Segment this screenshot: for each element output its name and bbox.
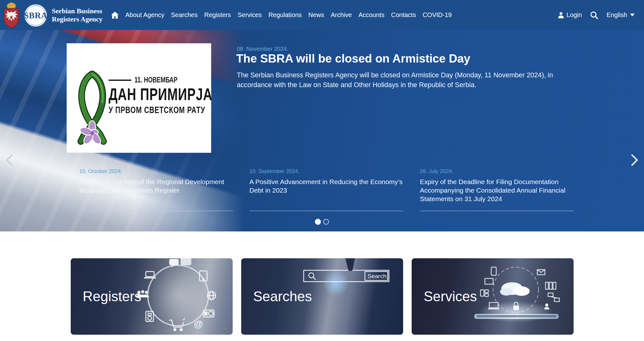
caret-down-icon bbox=[630, 14, 635, 16]
coat-of-arms-icon bbox=[3, 2, 20, 28]
nav-services[interactable]: Services bbox=[237, 11, 262, 19]
search-bar-button-text: Search bbox=[367, 273, 386, 279]
user-icon bbox=[558, 12, 564, 18]
at-sign-icon: @ bbox=[194, 319, 203, 329]
sbra-seal: SBRA bbox=[24, 4, 47, 27]
brand-name: Serbian Business Registers Agency bbox=[52, 7, 103, 23]
nav-news[interactable]: News bbox=[308, 11, 324, 19]
registers-card[interactable]: @ Registers bbox=[71, 258, 233, 335]
camera-icon bbox=[203, 310, 214, 317]
tablet-device bbox=[474, 314, 559, 319]
carousel-prev-button[interactable] bbox=[6, 154, 13, 167]
nav-accounts[interactable]: Accounts bbox=[358, 11, 384, 19]
id-cards-icon bbox=[480, 290, 488, 296]
slide-body: The Serbian Business Registers Agency wi… bbox=[237, 70, 579, 90]
globe-icon bbox=[207, 291, 216, 300]
network-nodes-icon bbox=[548, 293, 559, 302]
brand-name-line2: Registers Agency bbox=[52, 15, 103, 23]
news-date: 10. September 2024. bbox=[249, 168, 403, 175]
brand[interactable]: SBRA Serbian Business Registers Agency bbox=[3, 2, 103, 28]
image-subtitle: У ПРВОМ СВЕТСКОМ РАТУ bbox=[109, 105, 197, 115]
image-title: ДАН ПРИМИРЈА bbox=[109, 85, 195, 104]
carousel-next-button[interactable] bbox=[631, 154, 638, 167]
monitor-left-icon bbox=[485, 278, 493, 284]
nav-registers[interactable]: Registers bbox=[204, 11, 231, 19]
home-icon bbox=[111, 12, 119, 19]
language-label: English bbox=[606, 11, 627, 19]
news-item-3[interactable]: 26. July 2024. Expiry of the Deadline fo… bbox=[420, 168, 574, 211]
slide-image-text: 11. НОВЕМБАР ДАН ПРИМИРЈА У ПРВОМ СВЕТСК… bbox=[109, 76, 206, 114]
carousel-dot-2[interactable] bbox=[323, 219, 329, 225]
slide-image[interactable]: 11. НОВЕМБАР ДАН ПРИМИРЈА У ПРВОМ СВЕТСК… bbox=[67, 43, 211, 153]
news-title[interactable]: Expiry of the Deadline for Filing Docume… bbox=[420, 177, 574, 203]
news-item-2[interactable]: 10. September 2024. A Positive Advanceme… bbox=[249, 168, 403, 211]
brand-name-line1: Serbian Business bbox=[52, 7, 103, 15]
chevron-right-icon bbox=[631, 154, 638, 166]
slide-title[interactable]: The SBRA will be closed on Armistice Day bbox=[236, 52, 470, 65]
search-icon bbox=[590, 11, 598, 19]
news-item-1[interactable]: 10. October 2024. Release of the Map of … bbox=[79, 168, 233, 211]
nav-home[interactable] bbox=[111, 12, 119, 19]
searches-card[interactable]: Search Searches bbox=[241, 258, 403, 335]
login-label: Login bbox=[566, 11, 582, 19]
news-title[interactable]: A Positive Advancement in Reducing the E… bbox=[249, 177, 403, 194]
services-card[interactable]: Services bbox=[412, 258, 574, 335]
language-dropdown[interactable]: English bbox=[606, 11, 635, 19]
nav-contacts[interactable]: Contacts bbox=[391, 11, 416, 19]
nav-regulations[interactable]: Regulations bbox=[268, 11, 302, 19]
nav-archive[interactable]: Archive bbox=[331, 11, 352, 19]
carousel-dot-1[interactable] bbox=[315, 219, 321, 225]
quick-link-cards: @ Registers Search Searches bbox=[71, 258, 574, 335]
searches-card-label: Searches bbox=[253, 258, 312, 335]
services-card-label: Services bbox=[424, 258, 477, 335]
books-icon bbox=[546, 282, 556, 289]
fingertip-glow bbox=[323, 270, 349, 296]
phone-icon bbox=[491, 267, 496, 275]
hero-carousel: 11. НОВЕМБАР ДАН ПРИМИРЈА У ПРВОМ СВЕТСК… bbox=[0, 30, 644, 231]
search-button[interactable] bbox=[590, 11, 598, 19]
envelope-icon bbox=[537, 270, 545, 275]
nav-covid-19[interactable]: COVID-19 bbox=[423, 11, 452, 19]
carousel-pagination bbox=[315, 219, 329, 225]
nav-searches[interactable]: Searches bbox=[171, 11, 198, 19]
slide-date: 08. November 2024. bbox=[237, 46, 288, 52]
top-navbar: SBRA Serbian Business Registers Agency A… bbox=[0, 0, 644, 30]
image-kicker: 11. НОВЕМБАР bbox=[134, 76, 177, 85]
chevron-left-icon bbox=[6, 154, 13, 166]
news-title[interactable]: Release of the Map of the Regional Devel… bbox=[79, 177, 233, 194]
news-date: 10. October 2024. bbox=[79, 168, 233, 175]
main-nav: About Agency Searches Registers Services… bbox=[111, 0, 452, 30]
cloud-icon bbox=[500, 282, 530, 296]
media-player-icon bbox=[146, 311, 153, 321]
registers-card-label: Registers bbox=[83, 258, 141, 335]
nav-right-controls: Login English bbox=[558, 0, 635, 30]
nav-about-agency[interactable]: About Agency bbox=[125, 11, 164, 19]
sbra-seal-text: SBRA bbox=[24, 11, 47, 21]
tie-shape bbox=[345, 258, 355, 271]
armistice-ribbon-icon bbox=[76, 71, 108, 150]
kicker-dash bbox=[109, 80, 131, 81]
news-date: 26. July 2024. bbox=[420, 168, 574, 175]
login-button[interactable]: Login bbox=[558, 11, 582, 19]
